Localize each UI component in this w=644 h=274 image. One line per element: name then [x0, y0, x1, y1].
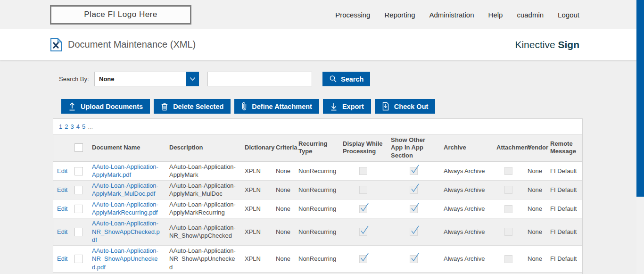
- criteria-cell: None: [272, 180, 295, 199]
- nav-item-logout[interactable]: Logout: [558, 11, 579, 19]
- row-select-checkbox[interactable]: [74, 255, 83, 263]
- remote-message-cell: FI Default: [546, 245, 582, 273]
- upload-documents-button[interactable]: Upload Documents: [61, 99, 150, 114]
- display-while-processing-checkbox: [359, 255, 367, 263]
- recurring-type-cell: NonRecurring: [295, 199, 339, 218]
- header-show-other-app: Show Other App In App Section: [387, 134, 440, 162]
- dictionary-cell: XPLN: [241, 180, 272, 199]
- remote-message-cell: FI Default: [546, 161, 582, 180]
- archive-cell: Always Archive: [440, 180, 493, 199]
- documents-table: Document Name Description Dictionary Cri…: [53, 134, 582, 274]
- delete-selected-button[interactable]: Delete Selected: [154, 99, 231, 114]
- header-display-while-processing: Display While Processing: [339, 134, 387, 162]
- description-cell: AAuto-Loan-Application-ApplyMark: [165, 161, 241, 180]
- table-row: Edit AAuto-Loan-Application-ApplyMark_Mu…: [53, 180, 582, 199]
- document-wrench-icon: [50, 38, 62, 52]
- dictionary-cell: XPLN: [241, 245, 272, 273]
- header-vendor: Vendor: [524, 134, 546, 162]
- define-attachment-button[interactable]: Define Attachment: [234, 99, 319, 114]
- search-button[interactable]: Search: [322, 72, 370, 86]
- document-name-link[interactable]: AAuto-Loan-Application-ApplyMarkRecurrin…: [92, 201, 158, 216]
- show-other-app-checkbox: [410, 228, 418, 236]
- attachment-checkbox: [504, 167, 512, 175]
- document-table-body: Edit AAuto-Loan-Application-ApplyMark.pd…: [53, 161, 582, 274]
- nav-item-user-cuadmin[interactable]: cuadmin: [517, 11, 544, 19]
- trash-icon: [161, 102, 168, 111]
- table-row: Edit AAuto-Loan-Application-NR_ShowAppUn…: [53, 245, 582, 273]
- attachment-checkbox: [504, 205, 512, 213]
- header-dictionary: Dictionary: [241, 134, 272, 162]
- top-bar: Place FI Logo Here Processing Reporting …: [0, 0, 636, 29]
- scrollbar-thumb[interactable]: [636, 0, 644, 197]
- criteria-cell: None: [272, 199, 295, 218]
- display-while-processing-checkbox: [359, 228, 367, 236]
- vendor-cell: None: [524, 161, 546, 180]
- dictionary-cell: XPLN: [241, 218, 272, 246]
- row-select-checkbox[interactable]: [74, 186, 83, 194]
- document-name-link[interactable]: AAuto-Loan-Application-ApplyMark_MulDoc.…: [92, 182, 158, 198]
- vendor-cell: None: [524, 245, 546, 273]
- row-select-checkbox[interactable]: [74, 167, 83, 175]
- page-link-2[interactable]: 2: [65, 123, 68, 130]
- vendor-cell: None: [524, 218, 546, 246]
- remote-message-cell: FI Default: [546, 180, 582, 199]
- edit-link[interactable]: Edit: [57, 167, 67, 174]
- show-other-app-checkbox: [410, 255, 418, 263]
- document-name-link[interactable]: AAuto-Loan-Application-NR_ShowAppChecked…: [92, 220, 160, 243]
- display-while-processing-checkbox: [359, 186, 367, 194]
- row-select-checkbox[interactable]: [74, 228, 83, 236]
- edit-link[interactable]: Edit: [57, 205, 67, 212]
- row-select-checkbox[interactable]: [74, 205, 83, 213]
- nav-item-reporting[interactable]: Reporting: [384, 11, 415, 19]
- edit-link[interactable]: Edit: [57, 186, 67, 193]
- header-description: Description: [165, 134, 241, 162]
- recurring-type-cell: NonRecurring: [295, 180, 339, 199]
- chevron-down-icon[interactable]: [186, 72, 199, 86]
- upload-icon: [68, 102, 76, 111]
- nav-item-help[interactable]: Help: [488, 11, 503, 19]
- document-name-link[interactable]: AAuto-Loan-Application-NR_ShowAppUncheck…: [92, 247, 158, 271]
- pagination-ellipsis: ...: [88, 123, 93, 130]
- search-by-label: Search By:: [59, 75, 94, 83]
- description-cell: AAuto-Loan-Application-ApplyMark_MulDoc: [165, 180, 241, 199]
- remote-message-cell: FI Default: [546, 199, 582, 218]
- search-by-selected-value: None: [95, 75, 186, 83]
- header-criteria: Criteria: [272, 134, 295, 162]
- page-link-1[interactable]: 1: [59, 123, 62, 130]
- search-icon: [329, 75, 337, 83]
- edit-link[interactable]: Edit: [57, 228, 67, 235]
- checkout-document-icon: [382, 102, 389, 111]
- export-button[interactable]: Export: [323, 99, 371, 114]
- documents-table-container: 1 2 3 4 5 ... Document Name: [53, 118, 583, 274]
- dictionary-cell: XPLN: [241, 199, 272, 218]
- page-link-3[interactable]: 3: [70, 123, 74, 130]
- search-input[interactable]: [207, 72, 312, 86]
- table-row: Edit AAuto-Loan-Application-ApplyMarkRec…: [53, 199, 582, 218]
- brand-kinective-sign: Kinective Sign: [515, 39, 579, 50]
- vertical-scrollbar[interactable]: [636, 0, 644, 274]
- show-other-app-checkbox: [410, 167, 418, 175]
- show-other-app-checkbox: [410, 205, 418, 213]
- nav-item-processing[interactable]: Processing: [335, 11, 370, 19]
- search-by-dropdown[interactable]: None: [94, 72, 199, 86]
- vendor-cell: None: [524, 199, 546, 218]
- edit-link[interactable]: Edit: [57, 255, 67, 262]
- header-attachment: Attachment: [493, 134, 524, 162]
- title-band: Document Maintenance (XML) Kinective Sig…: [0, 29, 636, 60]
- recurring-type-cell: NonRecurring: [295, 161, 339, 180]
- download-icon: [330, 102, 338, 111]
- header-recurring-type: Recurring Type: [295, 134, 339, 162]
- attachment-checkbox: [504, 186, 512, 194]
- check-out-button[interactable]: Check Out: [375, 99, 436, 114]
- description-cell: AAuto-Loan-Application-ApplyMarkRecurrin…: [165, 199, 241, 218]
- page-link-4[interactable]: 4: [76, 123, 80, 130]
- criteria-cell: None: [272, 161, 295, 180]
- select-all-checkbox[interactable]: [74, 143, 83, 152]
- nav-item-administration[interactable]: Administration: [429, 11, 474, 19]
- header-document-name: Document Name: [88, 134, 165, 162]
- page: Place FI Logo Here Processing Reporting …: [0, 0, 644, 274]
- page-link-5[interactable]: 5: [82, 123, 85, 130]
- attachment-checkbox: [504, 228, 512, 236]
- description-cell: AAuto-Loan-Application-NR_ShowAppUncheck…: [165, 245, 241, 273]
- document-name-link[interactable]: AAuto-Loan-Application-ApplyMark.pdf: [92, 163, 158, 179]
